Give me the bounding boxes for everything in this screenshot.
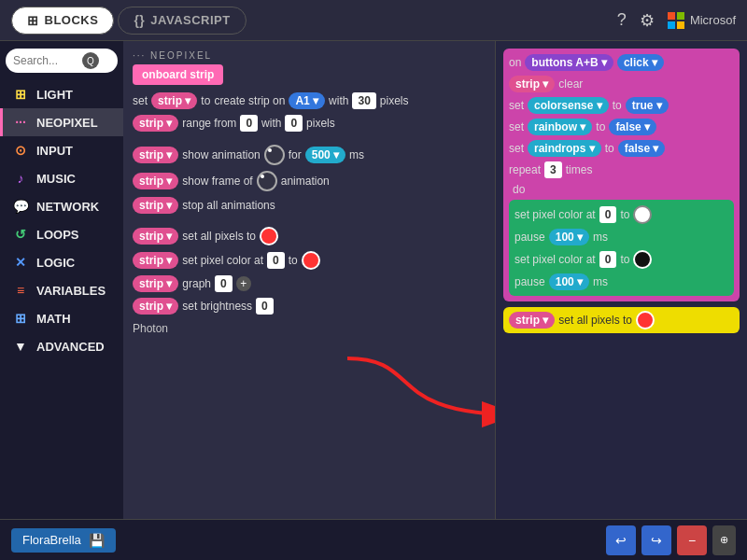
to-w: to bbox=[620, 208, 629, 221]
ms-text: ms bbox=[349, 148, 364, 161]
colorsense-pill[interactable]: colorsense ▾ bbox=[528, 97, 609, 114]
block-show-anim: strip ▾ show animation for 500 ▾ ms bbox=[133, 145, 486, 165]
px-b-num[interactable]: 0 bbox=[599, 251, 617, 268]
blocks-label: BLOCKS bbox=[45, 13, 99, 27]
rp-strip-1[interactable]: strip ▾ bbox=[509, 76, 555, 92]
on-text: on bbox=[509, 56, 521, 69]
for-text: for bbox=[289, 148, 302, 161]
pause-ms-2[interactable]: 100 ▾ bbox=[549, 273, 589, 290]
repeat-num[interactable]: 3 bbox=[544, 161, 562, 178]
sidebar-item-input[interactable]: ⊙ INPUT bbox=[0, 136, 123, 164]
to-rd: to bbox=[605, 142, 614, 155]
blocks-panel: on buttons A+B ▾ click ▾ strip ▾ clear s… bbox=[495, 41, 747, 560]
hl-strip-pill[interactable]: strip ▾ bbox=[509, 312, 555, 329]
tab-blocks[interactable]: ⊞ BLOCKS bbox=[11, 7, 114, 35]
set-px-w-text: set pixel color at bbox=[514, 208, 596, 221]
a1-pill[interactable]: A1 ▾ bbox=[289, 92, 325, 109]
settings-icon[interactable]: ⚙ bbox=[640, 10, 655, 31]
strip-pill-2[interactable]: strip ▾ bbox=[133, 115, 178, 132]
to-text2: to bbox=[289, 254, 298, 267]
sidebar-item-network[interactable]: 💬 NETWORK bbox=[0, 192, 123, 220]
strip-pill-8[interactable]: strip ▾ bbox=[133, 275, 178, 292]
anim-sprite-2 bbox=[257, 171, 277, 191]
sidebar-item-variables[interactable]: ≡ VARIABLES bbox=[0, 276, 123, 304]
bottom-controls: ↩ ↪ − ⊕ bbox=[606, 525, 736, 555]
sidebar-item-light[interactable]: ⊞ LIGHT bbox=[0, 80, 123, 108]
px-w-num[interactable]: 0 bbox=[599, 206, 617, 223]
ms-pill[interactable]: 500 ▾ bbox=[305, 147, 345, 163]
strip-pill-9[interactable]: strip ▾ bbox=[133, 298, 178, 315]
do-text: do bbox=[513, 183, 734, 196]
music-icon: ♪ bbox=[12, 171, 29, 186]
strip-pill-7[interactable]: strip ▾ bbox=[133, 252, 178, 269]
to-rb: to bbox=[596, 120, 605, 133]
range-num1[interactable]: 0 bbox=[240, 115, 258, 132]
ms-text-2: ms bbox=[593, 275, 608, 288]
pause-2-row: pause 100 ▾ ms bbox=[514, 273, 728, 290]
create-text: create strip on bbox=[214, 94, 285, 107]
filename-label: FloraBrella bbox=[22, 533, 81, 547]
sidebar-item-label: INPUT bbox=[36, 144, 73, 158]
search-input[interactable] bbox=[13, 54, 78, 67]
zoom-button[interactable]: ⊕ bbox=[712, 525, 736, 555]
block-set-all-pixels: strip ▾ set all pixels to bbox=[133, 227, 486, 245]
rainbow-pill[interactable]: rainbow ▾ bbox=[528, 119, 592, 135]
true-pill[interactable]: true ▾ bbox=[626, 97, 669, 114]
to-b: to bbox=[620, 253, 629, 266]
highlight-block: strip ▾ set all pixels to bbox=[503, 307, 740, 333]
search-button[interactable]: Q bbox=[82, 52, 99, 69]
strip-pill-4[interactable]: strip ▾ bbox=[133, 173, 178, 189]
red-circle-1[interactable] bbox=[260, 227, 278, 245]
px-num[interactable]: 0 bbox=[267, 252, 285, 269]
white-circle[interactable] bbox=[633, 205, 652, 224]
repeat-text: repeat bbox=[509, 163, 541, 176]
filename-box[interactable]: FloraBrella 💾 bbox=[11, 528, 116, 553]
sidebar-item-neopixel[interactable]: ··· NEOPIXEL bbox=[0, 108, 123, 136]
event-block-outer: on buttons A+B ▾ click ▾ strip ▾ clear s… bbox=[503, 49, 740, 301]
onboard-label: onboard strip bbox=[133, 64, 223, 85]
block-stop-anim: strip ▾ stop all animations bbox=[133, 197, 486, 214]
false-pill-1[interactable]: false ▾ bbox=[609, 119, 656, 135]
search-box[interactable]: Q bbox=[6, 49, 118, 73]
tab-javascript[interactable]: {} JAVASCRIPT bbox=[118, 7, 246, 35]
false-pill-2[interactable]: false ▾ bbox=[618, 140, 666, 157]
strip-pill-3[interactable]: strip ▾ bbox=[133, 147, 178, 163]
block-graph: strip ▾ graph 0 + bbox=[133, 275, 486, 292]
save-icon: 💾 bbox=[89, 533, 105, 548]
to-cs: to bbox=[613, 99, 622, 112]
strip-pill-5[interactable]: strip ▾ bbox=[133, 197, 178, 214]
strip-pill-6[interactable]: strip ▾ bbox=[133, 228, 178, 245]
topbar: ⊞ BLOCKS {} JAVASCRIPT ? ⚙ Microsof bbox=[0, 0, 747, 41]
buttons-pill[interactable]: buttons A+B ▾ bbox=[525, 54, 613, 71]
redo-button[interactable]: ↪ bbox=[641, 525, 671, 555]
loops-icon: ↺ bbox=[12, 227, 29, 242]
brightness-num[interactable]: 0 bbox=[256, 298, 274, 315]
strip-pill-1[interactable]: strip ▾ bbox=[151, 92, 197, 109]
click-pill[interactable]: click ▾ bbox=[617, 54, 664, 71]
advanced-icon: ▼ bbox=[12, 339, 29, 354]
graph-num[interactable]: 0 bbox=[215, 275, 233, 292]
ms-sq-2 bbox=[677, 12, 684, 20]
plus-icon[interactable]: + bbox=[236, 276, 251, 291]
undo-button[interactable]: ↩ bbox=[606, 525, 636, 555]
sidebar-item-advanced[interactable]: ▼ ADVANCED bbox=[0, 332, 123, 360]
minus-button[interactable]: − bbox=[677, 525, 707, 555]
sidebar-item-music[interactable]: ♪ MUSIC bbox=[0, 164, 123, 192]
range-num2[interactable]: 0 bbox=[285, 115, 303, 132]
help-icon[interactable]: ? bbox=[617, 10, 627, 30]
anim-sprite-1 bbox=[264, 145, 285, 165]
sidebar-item-math[interactable]: ⊞ MATH bbox=[0, 304, 123, 332]
logic-icon: ✕ bbox=[12, 255, 29, 270]
hl-red-circle[interactable] bbox=[636, 311, 655, 329]
brightness-text: set brightness bbox=[182, 300, 252, 313]
pause-ms-1[interactable]: 100 ▾ bbox=[549, 229, 589, 245]
sidebar-item-logic[interactable]: ✕ LOGIC bbox=[0, 248, 123, 276]
red-circle-2[interactable] bbox=[302, 251, 320, 270]
ms-sq-4 bbox=[677, 21, 684, 29]
raindrops-pill[interactable]: raindrops ▾ bbox=[528, 140, 601, 157]
sidebar-item-loops[interactable]: ↺ LOOPS bbox=[0, 220, 123, 248]
block-set-strip: set strip ▾ to create strip on A1 ▾ with… bbox=[133, 92, 486, 109]
variables-icon: ≡ bbox=[12, 283, 29, 298]
pixels-num[interactable]: 30 bbox=[352, 92, 375, 109]
black-circle[interactable] bbox=[633, 250, 652, 269]
